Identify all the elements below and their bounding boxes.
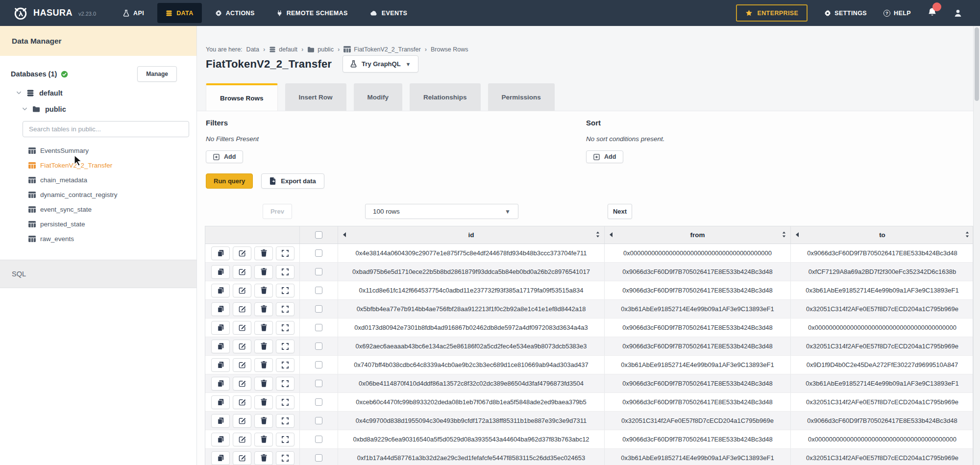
delete-row-button[interactable]	[254, 451, 273, 465]
delete-row-button[interactable]	[254, 321, 273, 335]
nav-item-actions[interactable]: ACTIONS	[207, 3, 263, 23]
row-checkbox[interactable]	[315, 324, 322, 331]
sidebar-table-dynamic-contract-registry[interactable]: dynamic_contract_registry	[28, 187, 196, 202]
tab-permissions[interactable]: Permissions	[488, 83, 555, 111]
nav-item-events[interactable]: EVENTS	[361, 3, 416, 23]
expand-row-button[interactable]	[276, 433, 294, 446]
sidebar-table-eventssummary[interactable]: EventsSummary	[28, 143, 196, 158]
enterprise-button[interactable]: ENTERPRISE	[736, 4, 808, 22]
clone-row-button[interactable]	[211, 451, 230, 465]
delete-row-button[interactable]	[254, 433, 273, 446]
edit-row-button[interactable]	[233, 265, 251, 279]
manage-button[interactable]: Manage	[137, 66, 177, 82]
clone-row-button[interactable]	[211, 414, 230, 428]
delete-row-button[interactable]	[254, 265, 273, 279]
edit-row-button[interactable]	[233, 451, 251, 465]
tab-relationships[interactable]: Relationships	[410, 83, 481, 111]
delete-row-button[interactable]	[254, 302, 273, 316]
expand-row-button[interactable]	[276, 377, 294, 391]
clone-row-button[interactable]	[211, 358, 230, 372]
delete-row-button[interactable]	[254, 246, 273, 260]
edit-row-button[interactable]	[233, 321, 251, 335]
tab-browse-rows[interactable]: Browse Rows	[206, 83, 278, 111]
edit-row-button[interactable]	[233, 433, 251, 446]
expand-row-button[interactable]	[276, 340, 294, 353]
edit-row-button[interactable]	[233, 414, 251, 428]
prev-page-button[interactable]: Prev	[263, 204, 292, 219]
clone-row-button[interactable]	[211, 302, 230, 316]
row-checkbox[interactable]	[315, 417, 322, 424]
export-data-button[interactable]: Export data	[261, 173, 324, 189]
clone-row-button[interactable]	[211, 321, 230, 335]
notifications-button[interactable]	[928, 7, 937, 19]
tab-modify[interactable]: Modify	[354, 83, 403, 111]
expand-row-button[interactable]	[276, 284, 294, 297]
chevron-down-icon[interactable]	[22, 107, 27, 111]
sidebar-table-fiattokenv2-2-transfer[interactable]: FiatTokenV2_2_Transfer	[28, 158, 196, 172]
add-sort-button[interactable]: Add	[586, 150, 623, 163]
collapse-column-icon[interactable]	[796, 231, 799, 239]
breadcrumb-item-default[interactable]: default	[269, 46, 297, 53]
run-query-button[interactable]: Run query	[206, 173, 253, 189]
row-checkbox[interactable]	[315, 380, 322, 387]
edit-row-button[interactable]	[233, 377, 251, 391]
expand-row-button[interactable]	[276, 414, 294, 428]
nav-item-api[interactable]: API	[115, 3, 152, 23]
row-checkbox[interactable]	[315, 436, 322, 443]
nav-item-data[interactable]: DATA	[157, 3, 201, 23]
scrollbar-thumb[interactable]	[975, 27, 979, 101]
row-checkbox[interactable]	[315, 249, 322, 257]
row-checkbox[interactable]	[315, 287, 322, 294]
expand-row-button[interactable]	[276, 451, 294, 465]
sidebar-item-sql[interactable]: SQL	[0, 260, 196, 288]
help-button[interactable]: ? HELP	[883, 10, 911, 17]
sidebar-table-persisted-state[interactable]: persisted_state	[28, 217, 196, 231]
tree-schema-public[interactable]: public	[0, 101, 196, 117]
hasura-brand[interactable]: HASURA v2.23.0	[0, 5, 96, 21]
edit-row-button[interactable]	[233, 358, 251, 372]
breadcrumb-item-data[interactable]: Data	[246, 46, 259, 53]
row-checkbox[interactable]	[315, 343, 322, 350]
row-checkbox[interactable]	[315, 361, 322, 368]
page-size-select[interactable]: 100 rows ▼	[365, 204, 518, 219]
clone-row-button[interactable]	[211, 433, 230, 446]
sort-column-icon[interactable]	[782, 231, 786, 239]
select-all-checkbox[interactable]	[315, 231, 322, 239]
expand-row-button[interactable]	[276, 358, 294, 372]
edit-row-button[interactable]	[233, 246, 251, 260]
add-filter-button[interactable]: Add	[206, 150, 243, 163]
nav-item-remote-schemas[interactable]: REMOTE SCHEMAS	[268, 3, 356, 23]
clone-row-button[interactable]	[211, 395, 230, 409]
sidebar-table-raw-events[interactable]: raw_events	[28, 231, 196, 246]
collapse-column-icon[interactable]	[610, 231, 612, 239]
expand-row-button[interactable]	[276, 395, 294, 409]
sort-column-icon[interactable]	[965, 231, 969, 239]
tab-insert-row[interactable]: Insert Row	[285, 83, 346, 111]
edit-row-button[interactable]	[233, 340, 251, 353]
tree-database-default[interactable]: default	[0, 85, 196, 101]
collapse-column-icon[interactable]	[343, 231, 346, 239]
row-checkbox[interactable]	[315, 268, 322, 275]
delete-row-button[interactable]	[254, 377, 273, 391]
chevron-down-icon[interactable]	[16, 91, 22, 95]
delete-row-button[interactable]	[254, 414, 273, 428]
breadcrumb-item-public[interactable]: public	[307, 46, 334, 53]
expand-row-button[interactable]	[276, 265, 294, 279]
clone-row-button[interactable]	[211, 284, 230, 297]
settings-button[interactable]: SETTINGS	[824, 10, 867, 17]
try-graphql-button[interactable]: Try GraphQL ▼	[343, 55, 418, 73]
clone-row-button[interactable]	[211, 265, 230, 279]
delete-row-button[interactable]	[254, 340, 273, 353]
edit-row-button[interactable]	[233, 302, 251, 316]
clone-row-button[interactable]	[211, 246, 230, 260]
sort-column-icon[interactable]	[596, 231, 600, 239]
clone-row-button[interactable]	[211, 340, 230, 353]
breadcrumb-item-fiattokenv2-2-transfer[interactable]: FiatTokenV2_2_Transfer	[343, 46, 420, 53]
expand-row-button[interactable]	[276, 246, 294, 260]
edit-row-button[interactable]	[233, 395, 251, 409]
expand-row-button[interactable]	[276, 302, 294, 316]
clone-row-button[interactable]	[211, 377, 230, 391]
delete-row-button[interactable]	[254, 395, 273, 409]
expand-row-button[interactable]	[276, 321, 294, 335]
row-checkbox[interactable]	[315, 398, 322, 406]
